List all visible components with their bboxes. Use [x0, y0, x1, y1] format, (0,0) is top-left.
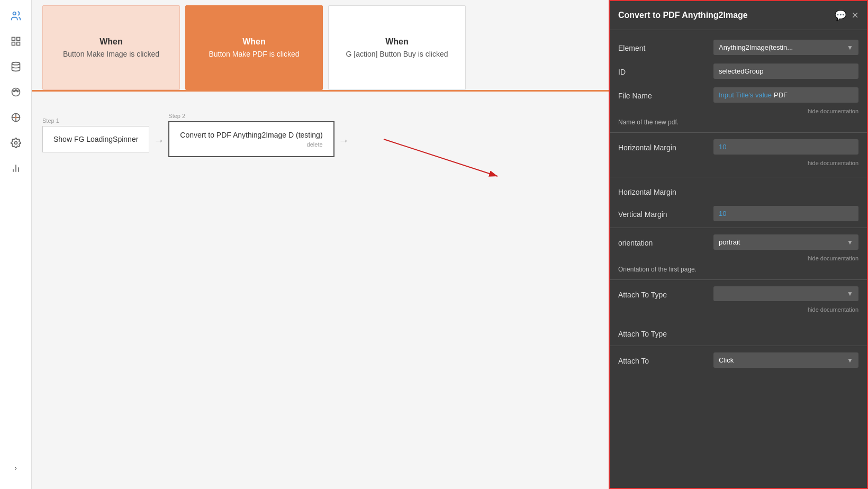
panel-doc-orientation: Orientation of the first page.: [610, 265, 867, 277]
card-3-when: When: [385, 37, 409, 47]
panel-header-icons: 💬 ×: [835, 8, 858, 22]
svg-point-13: [15, 116, 16, 118]
panel-close-icon[interactable]: ×: [852, 8, 858, 22]
panel-row-element: Element Anything2Image(testin... ▼: [610, 35, 867, 59]
sidebar-icon-users[interactable]: [5, 5, 26, 26]
panel-doc-name-pdf: Name of the new pdf.: [610, 117, 867, 130]
panel-label-horiz-margin: Horizontal Margin: [618, 139, 713, 152]
panel-doc-attach-type: [610, 316, 867, 321]
panel-divider-1: [610, 132, 867, 133]
panel-hide-doc-horiz[interactable]: hide documentation: [610, 159, 867, 169]
svg-point-14: [14, 142, 17, 144]
step-2-box[interactable]: Convert to PDF Anything2Image D (testing…: [168, 121, 334, 157]
panel-dropdown-attach-to-text: Click: [719, 356, 734, 364]
sidebar-icon-palette[interactable]: [5, 82, 26, 103]
chevron-down-icon-attach-1: ▼: [847, 290, 853, 297]
sidebar-icon-database[interactable]: [5, 56, 26, 77]
panel-dropdown-element-text: Anything2Image(testin...: [719, 43, 793, 51]
panel-row-id: ID: [610, 59, 867, 83]
workflow-header: When Button Make Image is clicked When B…: [32, 0, 609, 92]
panel-value-horiz-margin: 10: [713, 139, 858, 155]
panel-label-id: ID: [618, 64, 713, 76]
workflow-card-3[interactable]: When G [action] Button Buy is clicked: [328, 5, 466, 90]
step-1-box[interactable]: Show FG LoadingSpinner: [42, 126, 149, 152]
panel-row-vert-margin: Vertical Margin 10: [610, 202, 867, 225]
svg-rect-4: [16, 42, 20, 46]
card-2-when: When: [242, 37, 266, 47]
panel-row-horiz-margin-2: Horizontal Margin: [610, 179, 867, 202]
workflow-canvas: Step 1 Show FG LoadingSpinner → Step 2 C…: [32, 92, 609, 489]
panel-hide-doc-filename[interactable]: hide documentation: [610, 107, 867, 117]
panel-dropdown-orientation-text: portrait: [719, 238, 740, 246]
panel-row-attach-type-1: Attach To Type ▼: [610, 282, 867, 305]
svg-point-0: [13, 12, 16, 15]
panel-label-attach-type-2: Attach To Type: [618, 325, 713, 338]
panel-hide-doc-orientation[interactable]: hide documentation: [610, 254, 867, 265]
sidebar-expand-button[interactable]: ›: [5, 457, 26, 478]
card-1-desc: Button Make Image is clicked: [63, 50, 159, 58]
chevron-right-icon: ›: [14, 464, 17, 472]
main-area: When Button Make Image is clicked When B…: [32, 0, 609, 489]
workflow-card-2[interactable]: When Button Make PDF is clicked: [185, 5, 323, 90]
panel-row-horiz-margin: Horizontal Margin 10: [610, 135, 867, 159]
panel-divider-3: [610, 228, 867, 228]
panel-value-element: Anything2Image(testin... ▼: [713, 40, 858, 55]
step-2-label: Step 2: [168, 113, 334, 119]
panel-title: Convert to PDF Anything2Image: [618, 11, 748, 20]
panel-row-attach-type-2: Attach To Type: [610, 321, 867, 343]
panel-row-orientation: orientation portrait ▼: [610, 230, 867, 254]
panel-horiz-margin-value[interactable]: 10: [713, 139, 858, 155]
panel-dropdown-attach-to[interactable]: Click ▼: [713, 352, 858, 368]
panel-dropdown-orientation[interactable]: portrait ▼: [713, 234, 858, 250]
step-2-container: Step 2 Convert to PDF Anything2Image D (…: [168, 113, 334, 157]
sidebar-icon-settings[interactable]: [5, 132, 26, 153]
panel-dropdown-element[interactable]: Anything2Image(testin... ▼: [713, 40, 858, 55]
step-arrow-1: →: [153, 124, 164, 147]
svg-point-8: [15, 89, 16, 91]
svg-point-7: [13, 90, 15, 92]
svg-rect-1: [12, 38, 15, 41]
panel-label-attach-to: Attach To: [618, 352, 713, 365]
workflow-card-1[interactable]: When Button Make Image is clicked: [42, 5, 180, 90]
sidebar-icon-crosshair[interactable]: [5, 107, 26, 128]
panel-value-attach-type-1: ▼: [713, 286, 858, 301]
panel-body: Element Anything2Image(testin... ▼ ID Fi…: [610, 30, 867, 377]
card-2-desc: Button Make PDF is clicked: [209, 50, 299, 58]
panel-file-link[interactable]: Input Title's value: [719, 91, 772, 99]
panel-header: Convert to PDF Anything2Image 💬 ×: [610, 1, 867, 30]
panel-dropdown-attach-type-1[interactable]: ▼: [713, 286, 858, 301]
sidebar-icon-chart[interactable]: [5, 158, 26, 179]
step-2-delete[interactable]: delete: [180, 141, 322, 148]
panel-value-filename: Input Title's value PDF: [713, 87, 858, 103]
chevron-down-icon-orientation: ▼: [847, 239, 853, 246]
panel-value-vert-margin: 10: [713, 206, 858, 221]
step-arrow-2: →: [339, 124, 349, 147]
panel-value-id: [713, 64, 858, 79]
svg-point-9: [17, 90, 19, 92]
panel-row-filename: File Name Input Title's value PDF: [610, 83, 867, 107]
sidebar: ›: [0, 0, 32, 489]
panel-label-vert-margin: Vertical Margin: [618, 206, 713, 219]
svg-rect-3: [12, 42, 15, 46]
chevron-down-icon-attach-to: ▼: [847, 357, 853, 364]
sidebar-icon-grid[interactable]: [5, 31, 26, 52]
panel-value-attach-to: Click ▼: [713, 352, 858, 368]
panel-divider-2: [610, 177, 867, 177]
panel-hide-doc-attach-1[interactable]: hide documentation: [610, 305, 867, 316]
panel-label-horiz-margin-2: Horizontal Margin: [618, 184, 713, 196]
panel-file-suffix: PDF: [774, 91, 788, 99]
steps-row: Step 1 Show FG LoadingSpinner → Step 2 C…: [42, 113, 598, 157]
step-2-text: Convert to PDF Anything2Image D (testing…: [180, 131, 322, 139]
right-panel: Convert to PDF Anything2Image 💬 × Elemen…: [609, 0, 868, 489]
panel-input-id[interactable]: [713, 64, 858, 79]
panel-filename-field[interactable]: Input Title's value PDF: [713, 87, 858, 103]
step-1-text: Show FG LoadingSpinner: [53, 135, 138, 143]
step-1-label: Step 1: [42, 117, 149, 124]
panel-label-element: Element: [618, 40, 713, 52]
svg-point-5: [12, 62, 20, 65]
panel-comment-icon[interactable]: 💬: [835, 10, 846, 21]
panel-row-attach-to: Attach To Click ▼: [610, 348, 867, 372]
card-3-desc: G [action] Button Buy is clicked: [346, 50, 448, 58]
step-1-container: Step 1 Show FG LoadingSpinner: [42, 117, 149, 152]
panel-vert-margin-value[interactable]: 10: [713, 206, 858, 221]
